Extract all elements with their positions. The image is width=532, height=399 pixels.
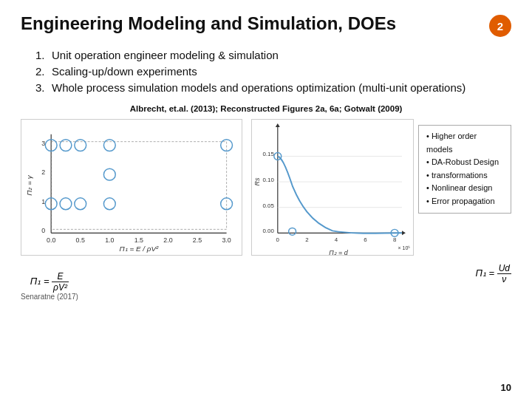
bullet-item-1: 1. Unit operation engineer modeling & si… <box>35 49 511 61</box>
page-number: 10 <box>501 382 511 393</box>
svg-text:3.0: 3.0 <box>222 236 231 244</box>
chart-left: 0.0 0.5 1.0 1.5 2.0 2.5 3.0 Π₁ = E / ρV²… <box>21 119 242 256</box>
svg-point-47 <box>289 228 296 235</box>
svg-text:0.00: 0.00 <box>262 228 274 234</box>
credit-text: Senaratne (2017) <box>21 293 78 301</box>
svg-text:Π₂ = d: Π₂ = d <box>329 249 349 255</box>
citation: Albrecht, et.al. (2013); Reconstructed F… <box>21 104 511 113</box>
svg-text:0.10: 0.10 <box>262 177 274 183</box>
formula-right-text: Π₁ = Ud ν <box>475 263 511 301</box>
figures-row: 0.0 0.5 1.0 1.5 2.0 2.5 3.0 Π₁ = E / ρV²… <box>21 119 511 256</box>
svg-text:Rs: Rs <box>253 177 261 185</box>
bullet-item-3: 3. Whole process simulation models and o… <box>35 81 511 94</box>
svg-point-19 <box>103 140 115 151</box>
svg-point-25 <box>103 198 115 210</box>
svg-point-23 <box>60 198 72 210</box>
formula-left-text: Π₁ = E ρV² <box>30 271 69 293</box>
slide-title: Engineering Modeling and Simulation, DOE… <box>21 13 396 35</box>
bullet-item-2: 2. Scaling-up/down experiments <box>35 65 511 78</box>
header-row: Engineering Modeling and Simulation, DOE… <box>21 13 511 37</box>
svg-text:0: 0 <box>276 236 280 243</box>
svg-rect-15 <box>51 142 226 230</box>
svg-point-18 <box>75 140 86 151</box>
svg-text:2: 2 <box>305 236 308 243</box>
svg-text:0.0: 0.0 <box>47 236 55 244</box>
svg-text:0.05: 0.05 <box>262 202 274 209</box>
bullet-box-item-5: Error propagation <box>426 195 503 208</box>
slide-number: 2 <box>489 15 511 37</box>
svg-marker-30 <box>276 123 280 127</box>
svg-text:× 10⁵: × 10⁵ <box>398 245 411 250</box>
slide-page: Engineering Modeling and Simulation, DOE… <box>0 0 532 399</box>
bullet-box-list: Higher order models DA-Robust Design tra… <box>426 130 503 208</box>
bullet-box-item-1: Higher order models <box>426 130 503 156</box>
svg-text:2: 2 <box>41 168 45 176</box>
svg-text:8: 8 <box>393 236 397 243</box>
bullet-box-item-4: Nonlinear design <box>426 182 503 195</box>
svg-text:0: 0 <box>41 227 45 234</box>
bullet-list: 1. Unit operation engineer modeling & si… <box>21 49 511 94</box>
chart-right-container: 0.00 0.05 0.10 0.15 0 2 4 6 8 <box>251 119 511 256</box>
chart-right: 0.00 0.05 0.10 0.15 0 2 4 6 8 <box>251 119 414 256</box>
svg-text:4: 4 <box>335 236 338 243</box>
svg-text:Π₂ = γ: Π₂ = γ <box>25 174 33 195</box>
svg-text:1.5: 1.5 <box>134 236 143 244</box>
svg-text:1.0: 1.0 <box>105 236 114 244</box>
bullet-box: Higher order models DA-Robust Design tra… <box>418 125 511 214</box>
bullet-box-item-2: DA-Robust Design <box>426 156 503 169</box>
formula-row: Π₁ = E ρV² Senaratne (2017) Π₁ = Ud ν <box>21 263 511 301</box>
svg-text:2.0: 2.0 <box>163 236 172 244</box>
chart-right-row: 0.00 0.05 0.10 0.15 0 2 4 6 8 <box>251 119 511 256</box>
svg-point-24 <box>75 198 86 210</box>
svg-text:0.5: 0.5 <box>76 236 85 244</box>
svg-text:Π₁ = E / ρV²: Π₁ = E / ρV² <box>120 245 159 253</box>
svg-text:2.5: 2.5 <box>193 236 202 244</box>
svg-text:0.15: 0.15 <box>262 151 274 157</box>
svg-text:6: 6 <box>364 236 367 243</box>
bullet-box-item-3: transformations <box>426 169 503 183</box>
svg-point-17 <box>60 140 72 151</box>
formula-left-area: Π₁ = E ρV² Senaratne (2017) <box>21 271 78 301</box>
svg-point-21 <box>103 168 115 180</box>
svg-marker-29 <box>402 231 406 235</box>
